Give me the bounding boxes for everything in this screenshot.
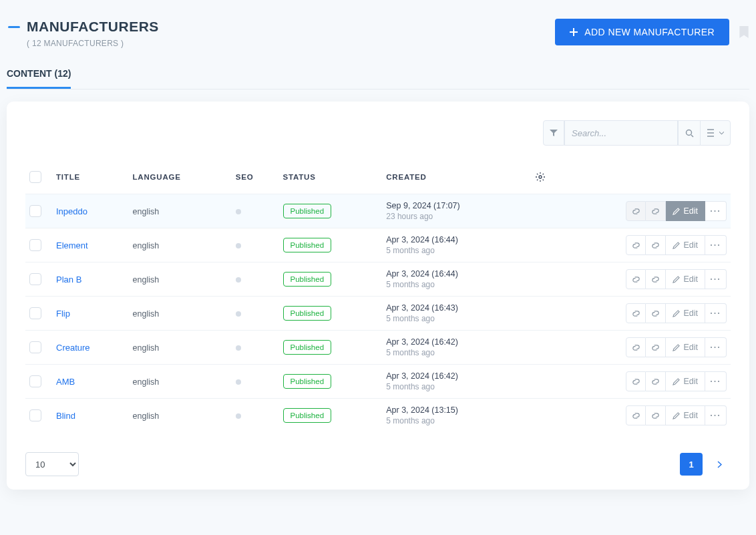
row-title-link[interactable]: Inpeddo [56, 206, 87, 216]
row-link-button-1[interactable] [626, 371, 646, 391]
svg-point-0 [686, 130, 691, 135]
row-title-link[interactable]: Creature [56, 343, 90, 353]
link-icon [632, 309, 640, 318]
more-icon: ··· [710, 343, 721, 352]
col-language[interactable]: LANGUAGE [129, 164, 232, 194]
table-row: ElementenglishPublishedApr 3, 2024 (16:4… [25, 228, 731, 262]
link-icon [632, 275, 640, 284]
row-more-button[interactable]: ··· [705, 371, 727, 391]
row-checkbox[interactable] [29, 341, 41, 353]
pencil-icon [673, 242, 680, 249]
pencil-icon [673, 412, 680, 419]
row-more-button[interactable]: ··· [705, 269, 727, 289]
row-checkbox[interactable] [29, 273, 41, 285]
row-checkbox[interactable] [29, 205, 41, 217]
row-language: english [133, 343, 160, 353]
row-edit-button[interactable]: Edit [666, 405, 705, 425]
row-language: english [133, 377, 160, 387]
more-icon: ··· [710, 240, 721, 250]
seo-status-dot [236, 311, 241, 317]
row-edit-label: Edit [683, 411, 698, 420]
row-link-button-2[interactable] [646, 371, 666, 391]
row-edit-label: Edit [683, 206, 698, 216]
row-link-button-1[interactable] [626, 303, 646, 323]
pencil-icon [673, 208, 680, 215]
link-icon [632, 241, 640, 250]
title-accent [8, 26, 20, 28]
row-link-button-1[interactable] [626, 405, 646, 425]
status-badge: Published [283, 238, 332, 252]
row-created-ago: 5 months ago [386, 382, 528, 391]
row-checkbox[interactable] [29, 409, 41, 421]
col-status[interactable]: STATUS [279, 164, 383, 194]
row-edit-button[interactable]: Edit [666, 235, 705, 255]
row-created-ago: 5 months ago [386, 348, 528, 357]
link-icon [651, 275, 660, 284]
more-icon: ··· [710, 206, 721, 216]
filter-button[interactable] [543, 120, 564, 146]
link-icon [632, 207, 640, 216]
row-link-button-1[interactable] [626, 269, 646, 289]
row-link-button-2[interactable] [646, 337, 666, 357]
row-link-button-2[interactable] [646, 269, 666, 289]
row-edit-button[interactable]: Edit [666, 269, 705, 289]
seo-status-dot [236, 277, 241, 283]
status-badge: Published [283, 340, 332, 355]
row-created-ago: 5 months ago [386, 314, 528, 323]
row-checkbox[interactable] [29, 307, 41, 319]
row-link-button-2[interactable] [646, 303, 666, 323]
row-title-link[interactable]: Element [56, 240, 88, 250]
row-checkbox[interactable] [29, 375, 41, 387]
row-more-button[interactable]: ··· [705, 201, 727, 221]
row-checkbox[interactable] [29, 239, 41, 251]
table-row: InpeddoenglishPublishedSep 9, 2024 (17:0… [25, 194, 731, 228]
row-edit-label: Edit [683, 275, 698, 284]
row-created-ago: 5 months ago [386, 246, 528, 255]
row-more-button[interactable]: ··· [705, 235, 727, 255]
seo-status-dot [236, 413, 241, 419]
row-more-button[interactable]: ··· [705, 337, 727, 357]
select-all-checkbox[interactable] [29, 171, 41, 183]
col-title[interactable]: TITLE [52, 164, 129, 194]
add-manufacturer-button[interactable]: ADD NEW MANUFACTURER [555, 19, 729, 45]
tab-content[interactable]: CONTENT (12) [7, 63, 71, 89]
row-created-ago: 5 months ago [386, 280, 528, 289]
svg-point-1 [539, 176, 542, 178]
seo-status-dot [236, 209, 241, 214]
row-title-link[interactable]: Flip [56, 309, 70, 319]
row-edit-button[interactable]: Edit [666, 371, 705, 391]
column-settings-button[interactable] [536, 172, 728, 182]
row-link-button-2[interactable] [646, 405, 666, 425]
link-icon [651, 241, 660, 250]
row-created-date: Apr 3, 2024 (16:43) [386, 303, 528, 313]
table-row: AMBenglishPublishedApr 3, 2024 (16:42)5 … [25, 365, 731, 399]
col-seo[interactable]: SEO [232, 164, 279, 194]
row-title-link[interactable]: Plan B [56, 275, 81, 285]
page-title: MANUFACTURERS [27, 19, 159, 35]
pager-next[interactable] [708, 453, 731, 476]
col-created[interactable]: CREATED [382, 164, 532, 194]
page-size-select[interactable]: 10 [25, 452, 79, 476]
list-options-button[interactable] [700, 120, 731, 146]
seo-status-dot [236, 379, 241, 385]
search-input[interactable] [564, 120, 678, 146]
pager-page-1[interactable]: 1 [680, 453, 703, 476]
seo-status-dot [236, 243, 241, 248]
row-link-button-2[interactable] [646, 235, 666, 255]
row-link-button-2[interactable] [646, 201, 666, 221]
bookmark-icon[interactable] [739, 25, 749, 39]
row-more-button[interactable]: ··· [705, 303, 727, 323]
row-title-link[interactable]: Blind [56, 411, 75, 421]
row-link-button-1[interactable] [626, 201, 646, 221]
row-edit-button[interactable]: Edit [666, 303, 705, 323]
row-link-button-1[interactable] [626, 337, 646, 357]
row-edit-button[interactable]: Edit [666, 201, 705, 221]
row-more-button[interactable]: ··· [705, 405, 727, 425]
search-button[interactable] [678, 120, 701, 146]
row-title-link[interactable]: AMB [56, 377, 75, 387]
link-icon [632, 377, 640, 386]
more-icon: ··· [710, 377, 721, 386]
row-edit-button[interactable]: Edit [666, 337, 705, 357]
row-created-date: Apr 3, 2024 (16:42) [386, 371, 528, 381]
row-link-button-1[interactable] [626, 235, 646, 255]
